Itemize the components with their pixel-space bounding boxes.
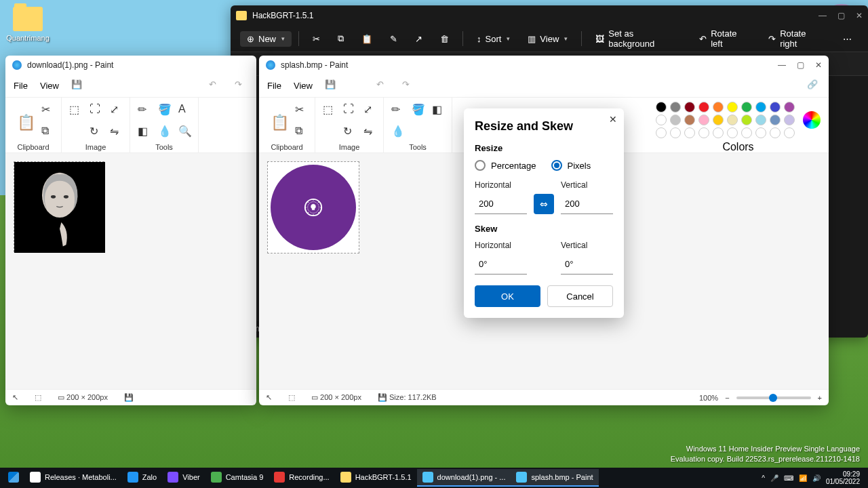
cut-button[interactable]: ✂ [306, 31, 327, 47]
system-tray[interactable]: ^ 🎤 ⌨ 📶 🔊 09:29 01/05/2022 [762, 470, 865, 485]
redo-icon[interactable]: ↷ [235, 79, 248, 93]
crop-icon[interactable]: ⛶ [90, 103, 102, 115]
minimize-icon[interactable]: — [818, 11, 827, 20]
color-swatch[interactable] [670, 115, 681, 125]
color-swatch[interactable] [727, 127, 738, 138]
aspect-lock-button[interactable]: ⇔ [534, 194, 554, 214]
redo-icon[interactable]: ↷ [402, 79, 416, 93]
paste-icon[interactable]: 📋 [17, 114, 29, 126]
sort-button[interactable]: ↕ Sort▾ [470, 31, 517, 47]
crop-icon[interactable]: ⛶ [343, 103, 355, 115]
text-icon[interactable]: A [178, 103, 191, 115]
color-swatch[interactable] [770, 127, 781, 138]
taskbar-item[interactable]: Recording... [269, 469, 334, 487]
link-icon[interactable]: 🔗 [807, 79, 821, 93]
taskbar-item[interactable]: HackBGRT-1.5.1 [335, 469, 417, 487]
file-menu[interactable]: File [267, 81, 281, 91]
color-swatch[interactable] [784, 102, 795, 113]
eraser-icon[interactable]: ◧ [138, 125, 150, 137]
select-icon[interactable]: ⬚ [323, 103, 335, 115]
maximize-icon[interactable]: ▢ [797, 60, 804, 70]
close-icon[interactable]: ✕ [815, 60, 822, 70]
select-icon[interactable]: ⬚ [69, 103, 81, 115]
zoom-slider[interactable] [736, 396, 811, 399]
undo-icon[interactable]: ↶ [376, 79, 390, 93]
magnifier-icon[interactable]: 🔍 [178, 125, 191, 137]
pencil-icon[interactable]: ✏ [391, 103, 403, 115]
taskbar-item[interactable]: splash.bmp - Paint [511, 469, 598, 487]
color-swatch[interactable] [656, 102, 667, 113]
rotate-left-button[interactable]: ↶ Rotate left [692, 26, 757, 52]
color-swatch[interactable] [741, 127, 752, 138]
rename-button[interactable]: ✎ [383, 31, 404, 47]
color-swatch[interactable] [670, 102, 681, 113]
paint1-canvas-area[interactable] [5, 153, 256, 389]
tray-lang-icon[interactable]: ⌨ [784, 474, 793, 482]
set-background-button[interactable]: 🖼 Set as background [589, 26, 688, 52]
undo-icon[interactable]: ↶ [209, 79, 222, 93]
eraser-icon[interactable]: ◧ [432, 103, 444, 115]
delete-button[interactable]: 🗑 [433, 31, 456, 47]
paste-icon[interactable]: 📋 [271, 114, 283, 126]
radio-percentage[interactable]: Percentage [475, 160, 536, 171]
view-menu[interactable]: View [40, 81, 59, 91]
paint1-titlebar[interactable]: download(1).png - Paint [5, 56, 256, 75]
color-swatch[interactable] [670, 127, 681, 138]
color-swatch[interactable] [684, 127, 695, 138]
taskbar-item[interactable]: Camtasia 9 [205, 469, 269, 487]
radio-pixels[interactable]: Pixels [551, 160, 591, 171]
cut-icon[interactable]: ✂ [41, 103, 54, 115]
color-swatch[interactable] [755, 115, 766, 125]
resize-icon[interactable]: ⤢ [110, 103, 122, 115]
tray-wifi-icon[interactable]: 📶 [799, 474, 807, 482]
color-swatch[interactable] [784, 115, 795, 125]
tray-volume-icon[interactable]: 🔊 [812, 474, 821, 482]
tray-mic-icon[interactable]: 🎤 [770, 474, 778, 482]
color-swatch[interactable] [656, 115, 667, 125]
tray-chevron-icon[interactable]: ^ [762, 474, 765, 482]
skew-v-input[interactable] [561, 254, 613, 274]
color-swatch[interactable] [784, 127, 795, 138]
skew-h-input[interactable] [475, 254, 527, 274]
color-swatch[interactable] [698, 102, 709, 113]
taskbar-item[interactable]: download(1).png - ... [417, 469, 511, 487]
copy-icon[interactable]: ⧉ [295, 125, 307, 137]
copy-icon[interactable]: ⧉ [41, 125, 54, 137]
flip-icon[interactable]: ⇋ [110, 125, 122, 137]
color-swatch[interactable] [698, 115, 709, 125]
pencil-icon[interactable]: ✏ [138, 103, 150, 115]
more-button[interactable]: ⋯ [836, 31, 859, 47]
color-wheel-icon[interactable] [803, 111, 821, 129]
rotate-icon[interactable]: ↻ [90, 125, 102, 137]
color-swatch[interactable] [713, 115, 724, 125]
color-swatch[interactable] [770, 102, 781, 113]
taskbar-item[interactable]: Zalo [122, 469, 162, 487]
copy-button[interactable]: ⧉ [331, 30, 351, 47]
flip-icon[interactable]: ⇋ [363, 125, 376, 137]
color-swatch[interactable] [698, 127, 709, 138]
maximize-icon[interactable]: ▢ [837, 11, 845, 20]
tray-clock[interactable]: 09:29 01/05/2022 [826, 470, 860, 485]
new-button[interactable]: ⊕New▾ [240, 31, 292, 47]
close-icon[interactable]: ✕ [609, 114, 617, 125]
picker-icon[interactable]: 💧 [391, 125, 403, 137]
resize-icon[interactable]: ⤢ [363, 103, 376, 115]
color-swatch[interactable] [755, 127, 766, 138]
color-swatch[interactable] [741, 102, 752, 113]
save-icon[interactable]: 💾 [71, 79, 85, 93]
minimize-icon[interactable]: — [778, 60, 786, 70]
start-button[interactable] [3, 469, 24, 487]
zoom-in-button[interactable]: + [818, 394, 822, 402]
view-button[interactable]: ▥ View▾ [521, 31, 574, 47]
color-swatch[interactable] [727, 102, 738, 113]
color-palette[interactable] [656, 102, 796, 138]
taskbar-item[interactable]: Viber [162, 469, 205, 487]
paint2-titlebar[interactable]: splash.bmp - Paint — ▢ ✕ [259, 56, 829, 75]
color-swatch[interactable] [684, 115, 695, 125]
view-menu[interactable]: View [294, 81, 313, 91]
rotate-right-button[interactable]: ↷ Rotate right [762, 26, 832, 52]
picker-icon[interactable]: 💧 [158, 125, 170, 137]
color-swatch[interactable] [770, 115, 781, 125]
taskbar-item[interactable]: Releases · Metaboli... [24, 469, 122, 487]
fill-icon[interactable]: 🪣 [158, 103, 170, 115]
